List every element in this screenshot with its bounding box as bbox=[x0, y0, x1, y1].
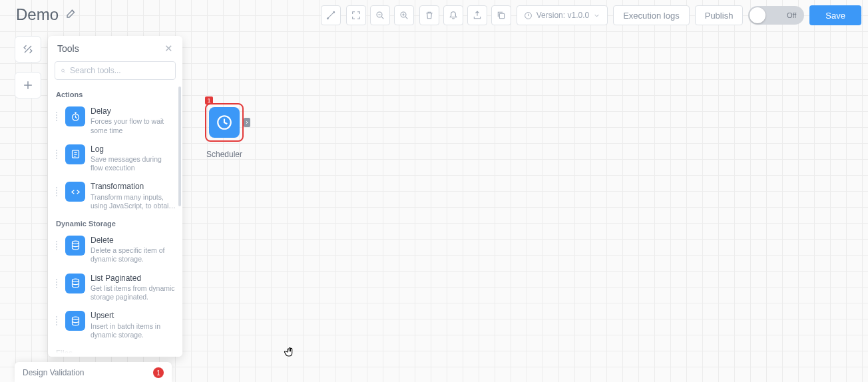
code-icon bbox=[65, 182, 85, 202]
grab-cursor-icon bbox=[284, 346, 296, 361]
tool-item-log[interactable]: Log Save messages during flow execution bbox=[55, 140, 177, 178]
tool-item-delete[interactable]: Delete Delete a specific item of dynamic… bbox=[55, 232, 177, 270]
zoom-in-button[interactable] bbox=[394, 5, 414, 25]
delete-button[interactable] bbox=[419, 5, 439, 25]
svg-point-10 bbox=[72, 279, 79, 282]
toolbar-group-misc bbox=[419, 5, 511, 25]
notifications-button[interactable] bbox=[443, 5, 463, 25]
tool-name: Delete bbox=[91, 236, 176, 245]
copy-button[interactable] bbox=[491, 5, 511, 25]
tools-panel-header: Tools ✕ bbox=[48, 36, 182, 59]
add-rail-button[interactable] bbox=[15, 72, 41, 98]
design-validation-bar[interactable]: Design Validation 1 bbox=[15, 362, 172, 382]
connector-tool-button[interactable] bbox=[321, 5, 341, 25]
left-rail bbox=[15, 36, 41, 98]
fit-view-button[interactable] bbox=[346, 5, 366, 25]
tool-item-delay[interactable]: Delay Forces your flow to wait some time bbox=[55, 102, 177, 140]
flow-title: Demo bbox=[16, 5, 59, 24]
publish-button[interactable]: Publish bbox=[695, 5, 744, 25]
node-label: Scheduler bbox=[205, 150, 244, 159]
tool-name: List Paginated bbox=[91, 274, 176, 283]
svg-rect-4 bbox=[499, 13, 504, 18]
database-icon bbox=[65, 236, 85, 256]
tool-name: Upsert bbox=[91, 311, 176, 320]
drag-handle-icon[interactable] bbox=[56, 311, 60, 325]
toolbar-group-edit bbox=[321, 5, 341, 25]
database-icon bbox=[65, 274, 85, 293]
search-icon bbox=[61, 67, 66, 75]
title-bar: Demo bbox=[16, 5, 77, 24]
toggle-knob bbox=[750, 7, 765, 23]
tool-desc: Forces your flow to wait some time bbox=[91, 117, 176, 134]
edit-title-icon[interactable] bbox=[65, 7, 77, 22]
search-input-wrap[interactable] bbox=[55, 61, 176, 80]
tools-list[interactable]: Actions Delay Forces your flow to wait s… bbox=[48, 87, 182, 357]
enable-toggle[interactable]: Off bbox=[748, 6, 804, 25]
top-toolbar: Version: v1.0.0 Execution logs Publish O… bbox=[321, 5, 861, 25]
tool-item-list-paginated[interactable]: List Paginated Get list items from dynam… bbox=[55, 270, 177, 307]
save-button[interactable]: Save bbox=[809, 5, 861, 25]
drag-handle-icon[interactable] bbox=[56, 274, 60, 288]
svg-point-6 bbox=[62, 69, 65, 72]
export-button[interactable] bbox=[467, 5, 487, 25]
node-box[interactable] bbox=[205, 103, 244, 142]
tool-item-transformation[interactable]: Transformation Transform many inputs, us… bbox=[55, 178, 177, 216]
tool-desc: Insert in batch items in dynamic storage… bbox=[91, 322, 176, 339]
drag-handle-icon[interactable] bbox=[56, 106, 60, 121]
chevron-down-icon bbox=[593, 12, 600, 19]
section-dynamic-storage: Dynamic Storage bbox=[55, 216, 177, 232]
tool-desc: Get list items from dynamic storage pagi… bbox=[91, 284, 176, 301]
clock-icon bbox=[65, 106, 85, 126]
drag-handle-icon[interactable] bbox=[56, 144, 60, 159]
version-selector[interactable]: Version: v1.0.0 bbox=[517, 5, 608, 25]
svg-point-11 bbox=[72, 317, 79, 319]
database-icon bbox=[65, 311, 85, 331]
node-output-port[interactable] bbox=[244, 118, 250, 127]
canvas-node-scheduler[interactable]: 1 Scheduler bbox=[205, 103, 244, 159]
validation-count-badge: 1 bbox=[153, 367, 164, 378]
tool-name: Log bbox=[91, 144, 176, 154]
tools-panel-title: Tools bbox=[57, 43, 79, 54]
toolbar-group-zoom bbox=[346, 5, 414, 25]
close-icon[interactable]: ✕ bbox=[164, 43, 173, 55]
tools-rail-button[interactable] bbox=[15, 36, 41, 63]
scrollbar-thumb[interactable] bbox=[178, 87, 181, 206]
drag-handle-icon[interactable] bbox=[56, 182, 60, 196]
tools-panel: Tools ✕ Actions Delay Forces your flow t… bbox=[48, 36, 182, 357]
tool-name: Delay bbox=[91, 106, 176, 116]
toggle-label: Off bbox=[787, 11, 796, 19]
drag-handle-icon[interactable] bbox=[56, 236, 60, 250]
tool-desc: Transform many inputs, using JavaScript,… bbox=[91, 193, 176, 210]
tool-desc: Delete a specific item of dynamic storag… bbox=[91, 246, 176, 264]
design-validation-label: Design Validation bbox=[23, 368, 85, 377]
search-input[interactable] bbox=[70, 66, 170, 75]
tool-name: Transformation bbox=[91, 182, 176, 191]
execution-logs-button[interactable]: Execution logs bbox=[613, 5, 690, 25]
scheduler-icon bbox=[209, 107, 240, 138]
zoom-out-button[interactable] bbox=[370, 5, 390, 25]
svg-point-9 bbox=[72, 242, 79, 244]
log-icon bbox=[65, 144, 85, 164]
tool-desc: Save messages during flow execution bbox=[91, 155, 176, 172]
section-actions: Actions bbox=[55, 87, 177, 102]
version-label: Version: v1.0.0 bbox=[537, 11, 589, 20]
list-fade bbox=[48, 339, 182, 357]
